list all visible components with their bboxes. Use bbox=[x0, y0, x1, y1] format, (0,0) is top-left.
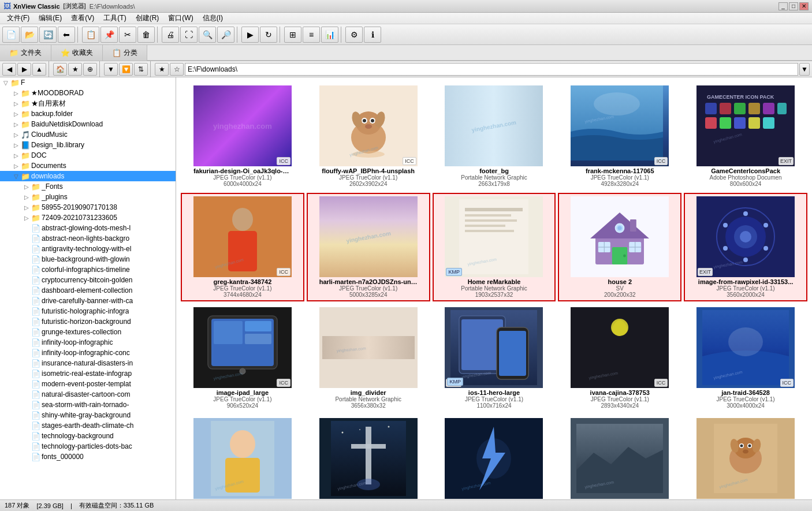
thumb-item-12[interactable]: yinghezhan.com img_divider Portable Netw… bbox=[307, 304, 430, 412]
expand-doc[interactable]: ▷ bbox=[12, 151, 21, 160]
tree-item-backup[interactable]: ▷ 📁 backup.folder bbox=[0, 109, 176, 119]
thumb-item-10[interactable]: yinghezhan.com EXIT image-from-rawpixel-… bbox=[684, 193, 807, 301]
thumb-item-11[interactable]: yinghezhan.com ICC image-ipad_large JPEG… bbox=[181, 304, 304, 412]
tree-item-futuristic-holo[interactable]: 📄 futuristic-holographic-infogra bbox=[0, 306, 176, 316]
tree-item-shiny-white[interactable]: 📄 shiny-white-gray-background bbox=[0, 410, 176, 420]
expand-downloads[interactable]: ▽ bbox=[12, 171, 21, 181]
tb-view-list[interactable]: ≡ bbox=[303, 27, 320, 43]
nav-star2[interactable]: ☆ bbox=[170, 63, 184, 76]
tb-print[interactable]: 🖨 bbox=[162, 27, 179, 43]
nav-home[interactable]: 🏠 bbox=[53, 63, 67, 76]
tree-item-downloads[interactable]: ▽ 📁 downloads bbox=[0, 171, 176, 181]
thumb-item-5[interactable]: GAMECENTER ICON PACK yinghezhan.com bbox=[684, 82, 807, 191]
tree-item-abstract-glowing[interactable]: 📄 abstract-glowing-dots-mesh-l bbox=[0, 223, 176, 233]
tree-item-tech-bg[interactable]: 📄 technology-background bbox=[0, 431, 176, 441]
tree-item-cryptocurrency[interactable]: 📄 cryptocurrency-bitcoin-golden bbox=[0, 275, 176, 285]
expand-backup[interactable]: ▷ bbox=[12, 109, 21, 118]
nav-filter-toggle[interactable]: ▼ bbox=[104, 63, 118, 76]
tree-item-isometric[interactable]: 📄 isometric-real-estate-infograp bbox=[0, 368, 176, 379]
thumb-item-18[interactable]: yinghezhan.com blue lightning JPEG TrueC… bbox=[433, 415, 556, 499]
tb-view-grid[interactable]: ⊞ bbox=[284, 27, 301, 43]
nav-star[interactable]: ★ bbox=[155, 63, 169, 76]
menu-create[interactable]: 创建(R) bbox=[131, 12, 164, 24]
tb-slideshow[interactable]: ▶ bbox=[241, 27, 259, 43]
close-button[interactable]: ✕ bbox=[799, 2, 809, 10]
tree-item-plugins[interactable]: ▷ 📁 _plugins bbox=[0, 192, 176, 202]
tree-item-cloudmusic[interactable]: ▷ 🎵 CloudMusic bbox=[0, 129, 176, 140]
tree-item-ziyong[interactable]: ▷ 📁 ★自用素材 bbox=[0, 98, 176, 109]
menu-edit[interactable]: 编辑(E) bbox=[34, 12, 66, 24]
nav-filter[interactable]: 🔽 bbox=[119, 63, 133, 76]
tb-copy[interactable]: 📋 bbox=[82, 27, 99, 43]
tree-item-documents[interactable]: ▷ 📁 Documents bbox=[0, 161, 176, 171]
tree-item-abstract-neon[interactable]: 📄 abstract-neon-lights-backgro bbox=[0, 233, 176, 244]
tree-item-antigravity[interactable]: 📄 antigravity-technology-with-el bbox=[0, 244, 176, 254]
menu-info[interactable]: 信息(I) bbox=[198, 12, 228, 24]
minimize-button[interactable]: _ bbox=[779, 2, 788, 10]
expand-moodboard[interactable]: ▷ bbox=[12, 88, 21, 98]
menu-tools[interactable]: 工具(T) bbox=[99, 12, 131, 24]
tree-item-futuristic-horizon[interactable]: 📄 futuristic-horizon-background bbox=[0, 316, 176, 327]
tab-favorites[interactable]: ⭐ 收藏夹 bbox=[51, 45, 103, 61]
thumb-item-8[interactable]: yinghezhan.com KMP Home reMarkable Porta… bbox=[433, 193, 556, 301]
tb-paste[interactable]: 📌 bbox=[100, 27, 118, 43]
tb-info[interactable]: ℹ bbox=[364, 27, 381, 43]
tree-item-baidu[interactable]: ▷ 📁 BaiduNetdiskDownload bbox=[0, 119, 176, 129]
tree-item-58955[interactable]: ▷ 📁 58955-20190907170138 bbox=[0, 202, 176, 212]
tb-open[interactable]: 📂 bbox=[21, 27, 38, 43]
tree-item-72409[interactable]: ▷ 📁 72409-20210731233605 bbox=[0, 212, 176, 223]
expand-designlib[interactable]: ▷ bbox=[12, 140, 21, 150]
nav-sort[interactable]: ⇅ bbox=[134, 63, 148, 76]
expand-plugins[interactable]: ▷ bbox=[22, 192, 31, 202]
menu-file[interactable]: 文件(F) bbox=[2, 12, 34, 24]
thumb-item-15[interactable]: yinghezhan.com ICC jan-traid-364528 JPEG… bbox=[684, 304, 807, 412]
nav-forward[interactable]: ▶ bbox=[17, 63, 31, 76]
tree-item-doc[interactable]: ▷ 📁 DOC bbox=[0, 150, 176, 161]
tree-item-infinity[interactable]: 📄 infinity-loop-infographic bbox=[0, 337, 176, 348]
tree-item-fonts[interactable]: ▷ 📁 _Fonts bbox=[0, 181, 176, 192]
expand-ziyong[interactable]: ▷ bbox=[12, 99, 21, 108]
thumb-item-20[interactable]: yinghezhan.com puppy dog JPEG TrueColor … bbox=[684, 415, 807, 499]
tab-folder[interactable]: 📁 文件夹 bbox=[0, 45, 51, 61]
tree-item-fonts000[interactable]: 📄 fonts_000000 bbox=[0, 452, 176, 462]
tb-back[interactable]: ⬅ bbox=[58, 27, 75, 43]
content-area[interactable]: yinghezhan.com ICC fakurian-design-Oi_oa… bbox=[176, 77, 812, 499]
tree-item-tech-particles[interactable]: 📄 technology-particles-dots-bac bbox=[0, 441, 176, 452]
expand-baidu[interactable]: ▷ bbox=[12, 120, 21, 129]
expand-icon-f[interactable]: ▽ bbox=[1, 78, 10, 87]
tree-item-designlib[interactable]: ▷ 📘 Design_lib.library bbox=[0, 140, 176, 150]
address-input[interactable] bbox=[185, 63, 798, 76]
tb-zoom-in[interactable]: 🔍 bbox=[199, 27, 216, 43]
tb-rotate[interactable]: ↻ bbox=[260, 27, 277, 43]
thumb-item-7[interactable]: yinghezhan.com harli-marten-n7a2OJDSZns-… bbox=[307, 193, 430, 301]
thumb-item-13[interactable]: yinghezhan.com KMP EXIF ios-11-hero-larg… bbox=[433, 304, 556, 412]
menu-view[interactable]: 查看(V) bbox=[66, 12, 99, 24]
tree-item-root[interactable]: ▽ 📁 F bbox=[0, 77, 176, 88]
expand-58955[interactable]: ▷ bbox=[22, 203, 31, 212]
nav-up[interactable]: ▲ bbox=[32, 63, 46, 76]
tree-item-natural-disaster[interactable]: 📄 natural-disaster-cartoon-com bbox=[0, 389, 176, 400]
maximize-button[interactable]: □ bbox=[789, 2, 798, 10]
tb-new[interactable]: 📄 bbox=[2, 27, 20, 43]
nav-add-bookmark[interactable]: ⊕ bbox=[83, 63, 97, 76]
tab-category[interactable]: 📋 分类 bbox=[103, 45, 147, 61]
thumb-item-1[interactable]: yinghezhan.com ICC fakurian-design-Oi_oa… bbox=[181, 82, 304, 191]
tree-item-sea-storm[interactable]: 📄 sea-storm-with-rain-tornado- bbox=[0, 400, 176, 410]
thumb-item-19[interactable]: yinghezhan.com rocky landscape JPEG True… bbox=[558, 415, 681, 499]
tree-item-insurance[interactable]: 📄 insurance-natural-disasters-in bbox=[0, 358, 176, 368]
thumb-item-16[interactable]: yinghezhan.com child portrait JPEG TrueC… bbox=[181, 415, 304, 499]
nav-back[interactable]: ◀ bbox=[2, 63, 16, 76]
expand-fonts[interactable]: ▷ bbox=[22, 182, 31, 191]
tree-item-colorful[interactable]: 📄 colorful-infographics-timeline bbox=[0, 264, 176, 275]
expand-cloudmusic[interactable]: ▷ bbox=[12, 130, 21, 139]
tb-settings[interactable]: ⚙ bbox=[345, 27, 363, 43]
nav-bookmark[interactable]: ★ bbox=[68, 63, 82, 76]
tree-item-drive-carefully[interactable]: 📄 drive-carefully-banner-with-ca bbox=[0, 296, 176, 306]
tree-item-dashboard[interactable]: 📄 dashboard-element-collection bbox=[0, 285, 176, 296]
tb-move[interactable]: ✂ bbox=[119, 27, 136, 43]
tree-item-moodboard[interactable]: ▷ 📁 ★MOODBORAD bbox=[0, 88, 176, 98]
tree-item-modern-event[interactable]: 📄 modern-event-poster-templat bbox=[0, 379, 176, 389]
tree-item-blue-bg[interactable]: 📄 blue-background-with-glowin bbox=[0, 254, 176, 264]
expand-documents[interactable]: ▷ bbox=[12, 161, 21, 170]
tb-view-detail[interactable]: 📊 bbox=[321, 27, 338, 43]
